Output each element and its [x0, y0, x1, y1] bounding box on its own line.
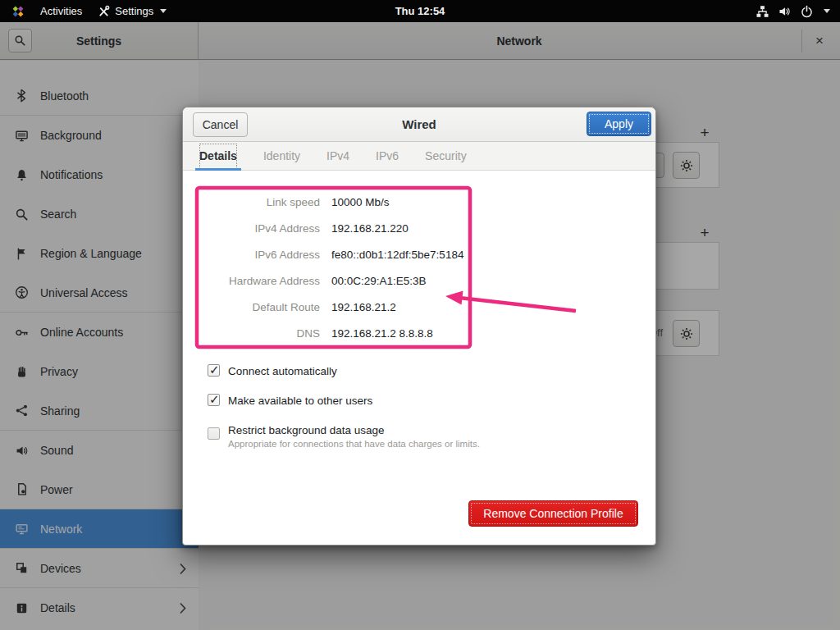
- wired-network-icon: [756, 5, 769, 18]
- restrict-background-checkbox[interactable]: [208, 427, 220, 440]
- distro-logo-icon: [11, 5, 25, 18]
- tab-security[interactable]: Security: [423, 142, 468, 171]
- apply-button[interactable]: Apply: [587, 112, 651, 136]
- default-route-value: 192.168.21.2: [331, 299, 463, 316]
- checkbox-label: Make available to other users: [228, 393, 372, 409]
- dialog-title: Wired: [402, 117, 436, 131]
- make-available-checkbox[interactable]: [208, 394, 220, 406]
- make-available-row: Make available to other users: [208, 393, 372, 409]
- dialog-tabbar: Details Identity IPv4 IPv6 Security: [183, 142, 655, 171]
- settings-window: Settings Network × Bluetooth Background …: [0, 22, 840, 630]
- cancel-button[interactable]: Cancel: [193, 112, 248, 137]
- connection-details-fields: Link speed 10000 Mb/s IPv4 Address 192.1…: [208, 194, 463, 342]
- power-icon: [800, 5, 814, 18]
- field-label: IPv4 Address: [208, 221, 320, 237]
- dns-value: 192.168.21.2 8.8.8.8: [331, 326, 463, 342]
- field-label: DNS: [208, 326, 320, 342]
- checkbox-label: Restrict background data usage: [228, 422, 480, 438]
- hardware-address-value: 00:0C:29:A1:E5:3B: [331, 273, 463, 290]
- volume-icon: [778, 5, 792, 18]
- system-menu-chevron-icon[interactable]: [824, 9, 830, 13]
- settings-appmenu[interactable]: Settings: [93, 0, 171, 22]
- checkbox-label: Connect automatically: [228, 363, 337, 379]
- tab-identity[interactable]: Identity: [262, 142, 302, 171]
- wired-connection-dialog: Cancel Wired Apply Details Identity IPv4…: [182, 107, 656, 546]
- link-speed-value: 10000 Mb/s: [331, 194, 463, 211]
- tools-icon: [98, 5, 110, 17]
- restrict-background-row: Restrict background data usage Appropria…: [208, 422, 480, 450]
- remove-connection-profile-button[interactable]: Remove Connection Profile: [468, 500, 638, 527]
- chevron-down-icon: [160, 9, 167, 13]
- tab-ipv6[interactable]: IPv6: [374, 142, 400, 171]
- field-label: Default Route: [208, 299, 320, 316]
- checkbox-sublabel: Appropriate for connections that have da…: [228, 438, 480, 450]
- connect-automatically-checkbox[interactable]: [208, 364, 220, 377]
- field-label: IPv6 Address: [208, 247, 320, 263]
- activities-button[interactable]: Activities: [35, 0, 87, 22]
- field-label: Link speed: [208, 194, 320, 211]
- field-label: Hardware Address: [208, 273, 320, 290]
- tab-details[interactable]: Details: [198, 142, 239, 171]
- top-bar: Activities Settings Thu 12:54: [0, 0, 840, 22]
- tab-ipv4[interactable]: IPv4: [325, 142, 351, 171]
- settings-menu-label: Settings: [115, 5, 153, 17]
- ipv6-address-value: fe80::d0b1:12df:5be7:5184: [331, 247, 463, 263]
- dialog-header: Cancel Wired Apply: [183, 107, 655, 142]
- connect-automatically-row: Connect automatically: [208, 363, 337, 379]
- distro-logo: [7, 0, 30, 22]
- activities-label: Activities: [40, 5, 82, 17]
- ipv4-address-value: 192.168.21.220: [331, 221, 463, 237]
